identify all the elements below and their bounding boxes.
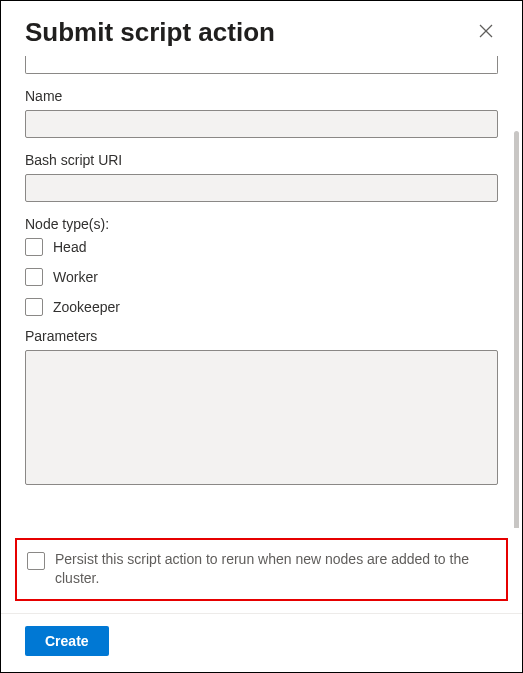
close-button[interactable] <box>474 19 498 46</box>
bash-uri-input[interactable] <box>25 174 498 202</box>
submit-script-action-panel: Submit script action Name Bash script UR… <box>0 0 523 673</box>
persist-label: Persist this script action to rerun when… <box>55 550 496 589</box>
persist-checkbox[interactable] <box>27 552 45 570</box>
parameters-label: Parameters <box>25 328 498 344</box>
name-input[interactable] <box>25 110 498 138</box>
persist-row: Persist this script action to rerun when… <box>27 550 496 589</box>
node-type-worker-checkbox[interactable] <box>25 268 43 286</box>
node-type-worker-row: Worker <box>25 268 498 286</box>
parameters-input[interactable] <box>25 350 498 485</box>
panel-header: Submit script action <box>1 1 522 56</box>
bash-uri-label: Bash script URI <box>25 152 498 168</box>
node-type-head-row: Head <box>25 238 498 256</box>
form-scroll-area[interactable]: Name Bash script URI Node type(s): Head … <box>1 56 522 528</box>
persist-section-highlight: Persist this script action to rerun when… <box>15 538 508 601</box>
node-type-zookeeper-label: Zookeeper <box>53 299 120 315</box>
panel-footer: Create <box>1 613 522 672</box>
node-type-zookeeper-checkbox[interactable] <box>25 298 43 316</box>
create-button[interactable]: Create <box>25 626 109 656</box>
node-types-label: Node type(s): <box>25 216 498 232</box>
node-type-head-label: Head <box>53 239 86 255</box>
node-type-head-checkbox[interactable] <box>25 238 43 256</box>
panel-title: Submit script action <box>25 17 275 48</box>
name-label: Name <box>25 88 498 104</box>
previous-field-partial[interactable] <box>25 56 498 74</box>
close-icon <box>478 23 494 39</box>
scrollbar[interactable] <box>514 131 519 528</box>
node-type-zookeeper-row: Zookeeper <box>25 298 498 316</box>
node-type-worker-label: Worker <box>53 269 98 285</box>
